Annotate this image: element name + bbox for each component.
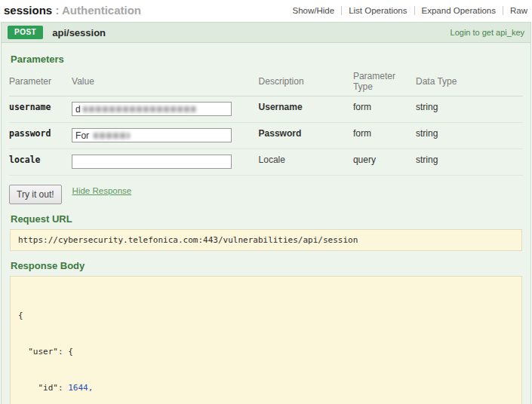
resource-name-link[interactable]: sessions: [4, 4, 52, 17]
parameters-heading: Parameters: [11, 54, 523, 65]
operation-path-link[interactable]: api/session: [52, 27, 106, 38]
param-desc-locale: Locale: [259, 155, 285, 165]
username-input-wrap: [72, 102, 232, 116]
resource-actions: Show/Hide List Operations Expand Operati…: [293, 6, 527, 15]
raw-link[interactable]: Raw: [510, 6, 527, 15]
param-desc-username: Username: [259, 102, 303, 112]
json-key-id: "id":: [18, 383, 68, 393]
password-input[interactable]: [72, 128, 232, 142]
locale-input-wrap: [72, 155, 232, 169]
login-get-api-key-link[interactable]: Login to get api_key: [451, 28, 524, 37]
column-parameter: Parameter: [9, 69, 72, 96]
param-type-password: form: [353, 128, 371, 139]
param-row-locale: locale Locale query string: [9, 149, 523, 176]
actions-row: Try it out! Hide Response: [9, 185, 523, 204]
locale-input[interactable]: [72, 155, 232, 169]
request-url-heading: Request URL: [11, 213, 523, 225]
param-type-locale: query: [353, 155, 376, 165]
column-data-type: Data Type: [416, 69, 523, 96]
separator: [341, 6, 342, 15]
operation-heading[interactable]: POST api/session Login to get api_key: [1, 22, 531, 43]
operation-content: Parameters Parameter Value Description P…: [1, 43, 531, 404]
username-input[interactable]: [72, 102, 232, 116]
show-hide-link[interactable]: Show/Hide: [293, 6, 335, 15]
hide-response-link[interactable]: Hide Response: [72, 186, 132, 195]
param-type-username: form: [353, 102, 371, 112]
parameters-table: Parameter Value Description Parameter Ty…: [9, 69, 523, 176]
param-name-username: username: [9, 102, 51, 112]
column-value: Value: [72, 69, 258, 96]
resource-header: sessions : Authentication Show/Hide List…: [0, 0, 532, 20]
post-method-badge[interactable]: POST: [8, 26, 43, 39]
param-desc-password: Password: [259, 128, 302, 139]
json-value-id: 1644,: [68, 383, 93, 393]
password-input-wrap: [72, 128, 232, 142]
resource-title: sessions : Authentication: [4, 4, 141, 17]
response-body-heading: Response Body: [11, 260, 523, 271]
param-row-password: password Password form string: [9, 123, 523, 149]
operation-api-session: POST api/session Login to get api_key Pa…: [1, 22, 531, 404]
column-parameter-type: Parameter Type: [353, 69, 416, 96]
data-type-password: string: [416, 128, 438, 139]
param-name-locale: locale: [9, 155, 41, 165]
json-line-id: "id": 1644,: [18, 382, 514, 394]
column-description: Description: [259, 69, 353, 96]
resource-description: : Authentication: [52, 4, 141, 17]
separator: [414, 6, 415, 15]
expand-operations-link[interactable]: Expand Operations: [422, 6, 496, 15]
try-it-out-button[interactable]: Try it out!: [9, 185, 62, 204]
parameters-header-row: Parameter Value Description Parameter Ty…: [9, 69, 523, 96]
json-line: {: [18, 310, 514, 322]
param-name-password: password: [9, 128, 51, 139]
separator: [503, 6, 503, 15]
param-row-username: username Username form string: [9, 96, 523, 123]
data-type-locale: string: [416, 155, 438, 165]
json-line: "user": {: [18, 346, 514, 358]
response-body-block: { "user": { "id": 1644, "name": "David C…: [10, 276, 522, 404]
data-type-username: string: [416, 102, 438, 112]
request-url-value: https://cybersecurity.telefonica.com:443…: [10, 229, 522, 251]
list-operations-link[interactable]: List Operations: [349, 6, 407, 15]
swagger-page: sessions : Authentication Show/Hide List…: [0, 0, 532, 404]
